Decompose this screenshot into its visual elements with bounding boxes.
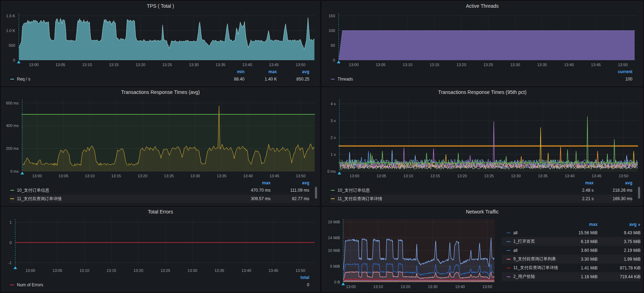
svg-text:1.0 K: 1.0 K — [6, 28, 15, 33]
series-color-dash — [10, 79, 14, 79]
active-threads-chart[interactable]: 05010015013:0013:0513:1013:1513:2013:251… — [322, 11, 642, 69]
series-label[interactable]: all — [513, 248, 518, 253]
stat-header-max[interactable]: max — [558, 221, 597, 228]
total-errors-chart[interactable]: -10113:0013:0513:1013:1513:2013:2513:301… — [2, 216, 319, 274]
svg-text:1.5 K: 1.5 K — [6, 14, 15, 18]
svg-text:13:10: 13:10 — [403, 174, 413, 178]
legend-row-10[interactable]: 10_支付订单信息 470.70 ms 111.09 ms — [10, 186, 309, 195]
stat-header-avg-sorted[interactable]: avg∨ — [597, 221, 640, 228]
svg-text:4 s: 4 s — [330, 102, 336, 106]
svg-text:13:10: 13:10 — [373, 285, 383, 289]
svg-text:500: 500 — [9, 43, 15, 47]
series-color-dash — [507, 250, 510, 251]
tps-legend: min max avg Req / s 88.40 1.40 K 850.25 — [2, 69, 319, 85]
panel-title-active-threads[interactable]: Active Threads — [322, 2, 642, 11]
series-label[interactable]: Num of Errors — [17, 282, 43, 287]
legend-row-user-login[interactable]: 2_用户登陆 1.16 MiB 719.44 KiB — [502, 272, 640, 281]
panel-title-network-traffic[interactable]: Network Traffic — [322, 208, 642, 216]
legend-row-11[interactable]: 11_支付后查询订单详情 309.57 ms 82.77 ms — [10, 195, 309, 203]
stat-header-avg[interactable]: avg — [594, 180, 632, 186]
errors-legend: total Num of Errors 0 — [2, 274, 319, 291]
stat-max: 2.21 s — [555, 196, 594, 201]
svg-text:13:50: 13:50 — [296, 268, 305, 273]
series-color-dash — [331, 198, 335, 199]
svg-text:0: 0 — [10, 241, 12, 245]
panel-title-rt-avg[interactable]: Transactions Response Times (avg) — [2, 88, 319, 97]
legend-row-11[interactable]: 11_支付后查询订单详情 2.21 s 169.30 ms — [330, 195, 632, 203]
svg-text:13:00: 13:00 — [25, 268, 35, 273]
legend-row-reqs[interactable]: Req / s 88.40 1.40 K 850.25 — [10, 75, 309, 83]
series-label[interactable]: all — [513, 230, 518, 235]
svg-text:13:45: 13:45 — [270, 174, 279, 178]
legend-row-threads[interactable]: Threads 100 — [330, 75, 632, 83]
series-label[interactable]: Threads — [338, 77, 353, 82]
svg-text:13:35: 13:35 — [537, 63, 547, 67]
stat-avg: 218.26 ms — [594, 188, 632, 193]
series-label[interactable]: 11_支付后查询订单详情 — [338, 196, 382, 202]
svg-text:13:00: 13:00 — [346, 285, 356, 289]
series-label[interactable]: 2_用户登陆 — [513, 274, 535, 280]
legend-row-errors[interactable]: Num of Errors 0 — [10, 281, 309, 289]
stat-max: 1.16 MiB — [558, 274, 597, 279]
panel-title-total-errors[interactable]: Total Errors — [2, 208, 319, 216]
stat-header-max[interactable]: max — [232, 180, 271, 186]
legend-scrollbar[interactable] — [638, 187, 640, 199]
legend-row-10[interactable]: 10_支付订单信息 2.48 s 218.26 ms — [330, 186, 632, 195]
svg-text:5 MiB: 5 MiB — [330, 264, 340, 268]
rt-95-legend: max avg 10_支付订单信息 2.48 s 218.26 ms 11_支付… — [322, 180, 642, 205]
series-label[interactable]: 1_打开首页 — [513, 238, 535, 244]
stat-header-avg[interactable]: avg — [277, 69, 309, 75]
series-color-dash — [331, 190, 335, 191]
series-label[interactable]: 10_支付订单信息 — [17, 187, 49, 193]
rt-avg-legend: max avg 10_支付订单信息 470.70 ms 111.09 ms 11… — [2, 180, 319, 205]
stat-header-avg[interactable]: avg — [271, 180, 309, 186]
stat-header-max[interactable]: max — [244, 69, 277, 75]
stat-header-total[interactable]: total — [277, 274, 309, 281]
panel-title-rt-95[interactable]: Transactions Response Times (95th pct) — [322, 88, 642, 97]
svg-text:13:00: 13:00 — [349, 63, 359, 67]
svg-text:150: 150 — [329, 14, 335, 18]
legend-row-all-2[interactable]: all 3.60 MiB 2.19 MiB — [502, 246, 640, 255]
rt-95-chart[interactable]: 0 ms1 s2 s3 s4 s13:0013:0513:1013:1513:2… — [322, 97, 642, 180]
legend-row-post-pay-query[interactable]: 11_支付后查询订单详情 1.41 MiB 871.78 KiB — [502, 263, 640, 272]
svg-text:13:10: 13:10 — [80, 268, 89, 273]
legend-scrollbar[interactable] — [315, 187, 317, 199]
svg-text:13:10: 13:10 — [82, 63, 92, 67]
network-traffic-chart[interactable]: 0 B5 MiB10 MiB14 MiB19 MiB13:0013:1013:2… — [322, 216, 497, 291]
svg-text:13:45: 13:45 — [268, 268, 278, 273]
svg-text:13:50: 13:50 — [618, 63, 628, 67]
stat-header-max[interactable]: max — [555, 180, 594, 186]
svg-text:13:20: 13:20 — [136, 63, 145, 67]
stat-max: 2.48 s — [555, 188, 594, 193]
series-label[interactable]: 10_支付订单信息 — [338, 187, 370, 193]
svg-text:13:25: 13:25 — [162, 63, 172, 67]
panel-active-threads: Active Threads 05010015013:0013:0513:101… — [322, 1, 643, 86]
rt-avg-chart[interactable]: 0 ms200 ms400 ms600 ms13:0013:0513:1013:… — [2, 97, 319, 180]
svg-text:13:30: 13:30 — [510, 63, 520, 67]
svg-text:13:50: 13:50 — [296, 63, 305, 67]
series-color-dash — [10, 198, 14, 199]
legend-row-pre-pay-query[interactable]: 9_支付前查询订单列表 3.30 MiB 1.99 MiB — [502, 255, 640, 263]
stat-max: 1.41 MiB — [558, 266, 597, 270]
panel-total-errors: Total Errors -10113:0013:0513:1013:1513:… — [1, 207, 320, 292]
stat-header-current[interactable]: current — [600, 69, 632, 75]
series-label[interactable]: 9_支付前查询订单列表 — [513, 256, 556, 262]
panel-title-tps[interactable]: TPS ( Total ) — [2, 2, 319, 11]
stat-header-min[interactable]: min — [212, 69, 244, 75]
svg-text:1 s: 1 s — [330, 152, 336, 157]
tps-chart[interactable]: 05001.0 K1.5 K13:0013:0513:1013:1513:201… — [2, 11, 319, 69]
svg-text:400 ms: 400 ms — [6, 123, 19, 128]
legend-row-all-1[interactable]: all 15.56 MiB 9.43 MiB — [502, 228, 640, 237]
stat-max: 1.40 K — [244, 77, 277, 82]
svg-text:13:40: 13:40 — [565, 174, 575, 178]
panel-rt-avg: Transactions Response Times (avg) 0 ms20… — [1, 88, 320, 205]
series-label[interactable]: Req / s — [17, 77, 30, 82]
svg-text:0 ms: 0 ms — [10, 169, 19, 173]
series-color-dash — [10, 285, 14, 285]
stat-min: 88.40 — [212, 77, 244, 82]
series-label[interactable]: 11_支付后查询订单详情 — [17, 196, 62, 202]
legend-row-homepage[interactable]: 1_打开首页 6.19 MiB 3.75 MiB — [502, 237, 640, 246]
svg-text:13:20: 13:20 — [401, 285, 410, 289]
series-label[interactable]: 11_支付后查询订单详情 — [513, 265, 558, 271]
stat-avg: 2.19 MiB — [597, 248, 640, 253]
